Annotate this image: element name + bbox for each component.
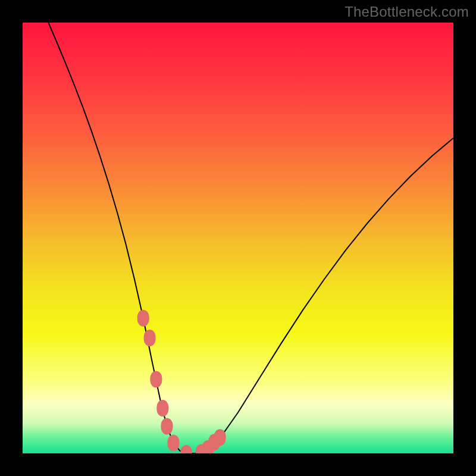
curve-marker <box>150 371 162 388</box>
curve-marker <box>214 429 226 446</box>
gradient-background <box>23 23 453 453</box>
plot-area <box>23 23 453 453</box>
curve-marker <box>156 400 168 416</box>
curve-marker <box>161 418 173 434</box>
curve-marker <box>137 310 149 327</box>
chart-svg <box>23 23 453 453</box>
curve-marker <box>167 435 179 452</box>
attribution-text: TheBottleneck.com <box>345 4 469 20</box>
chart-frame: TheBottleneck.com <box>0 0 476 476</box>
curve-marker <box>144 330 156 346</box>
